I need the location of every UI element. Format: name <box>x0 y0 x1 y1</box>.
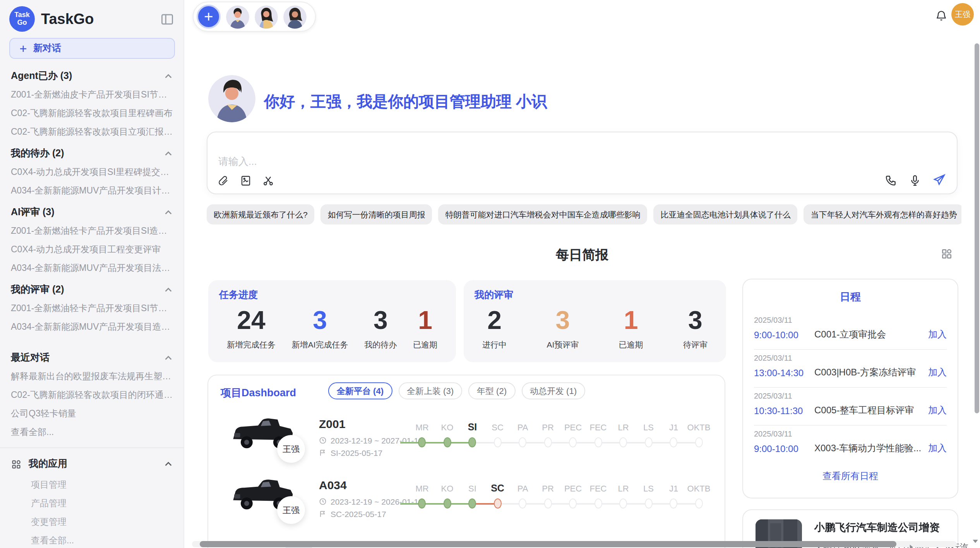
sidebar-task-item[interactable]: A034-全新新能源MUV产品开发项目造型可行性评审 <box>0 317 183 336</box>
sidebar-task-item[interactable]: C02-飞腾新能源轻客改款项目立项汇报方案 <box>0 122 183 141</box>
scroll-right-arrow-icon[interactable] <box>907 540 915 548</box>
my-apps-item[interactable]: 项目管理 <box>0 475 183 494</box>
milestone-label: MR <box>415 482 428 495</box>
input-tools-left <box>218 175 274 187</box>
chevron-up-icon[interactable] <box>164 460 173 468</box>
milestone-dot <box>569 498 577 509</box>
sidebar-task-item[interactable]: Z001-全新燃油轻卡产品开发项目SI造型提交物评审 <box>0 221 183 240</box>
stat-item: 3新增AI完成任务 <box>292 307 348 351</box>
image-icon[interactable] <box>240 175 252 187</box>
milestone-dot <box>418 498 426 509</box>
plus-icon <box>19 44 28 53</box>
sidebar-collapse-icon[interactable] <box>160 12 174 26</box>
sidebar-task-item[interactable]: A034-全新新能源MUV产品开发项目计划变更表编写 <box>0 181 183 200</box>
suggestion-chip[interactable]: 如何写一份清晰的项目周报 <box>321 204 432 224</box>
sidebar-section-header[interactable]: 我的待办 (2) <box>0 142 183 163</box>
milestone: SC <box>485 421 510 447</box>
join-link[interactable]: 加入 <box>928 442 947 455</box>
dashboard-tabs: 全新平台 (4)全新上装 (3)年型 (2)动总开发 (1) <box>328 382 585 399</box>
sidebar-task-item[interactable]: 公司Q3轻卡销量 <box>0 404 183 423</box>
my-apps-view-all-link[interactable]: 查看全部... <box>0 531 183 548</box>
attachment-icon[interactable] <box>218 175 229 187</box>
dashboard-tab[interactable]: 全新平台 (4) <box>328 382 392 399</box>
milestone-label: LR <box>618 421 629 434</box>
sidebar-task-item[interactable]: Z001-全新燃油皮卡产品开发项目SI节点Lesson Learn报告 <box>0 85 183 104</box>
stat-item: 24新增完成任务 <box>227 307 276 351</box>
milestone: PR <box>535 421 560 447</box>
view-all-schedule-link[interactable]: 查看所有日程 <box>754 470 947 483</box>
sidebar-task-item[interactable]: A034-全新新能源MUV产品开发项目法规符合性评审 <box>0 259 183 277</box>
chevron-up-icon[interactable] <box>164 286 173 294</box>
vertical-scrollbar-thumb[interactable] <box>975 43 979 413</box>
horizontal-scrollbar-thumb[interactable] <box>200 541 896 547</box>
stat-value: 1 <box>619 307 643 335</box>
stat-value: 2 <box>482 307 507 335</box>
sidebar-task-item[interactable]: C02-飞腾新能源轻客改款项目的闭环通告反馈情况 <box>0 385 183 404</box>
milestone: MR <box>409 421 435 447</box>
phone-icon[interactable] <box>885 174 897 186</box>
sidebar-task-item[interactable]: Z001-全新燃油轻卡产品开发项目SI节点属性5D文件评审 <box>0 299 183 317</box>
input-tools-right <box>885 173 946 187</box>
notification-bell-icon[interactable] <box>935 9 947 25</box>
milestone-dot <box>519 437 527 447</box>
chevron-up-icon[interactable] <box>164 149 173 158</box>
sidebar-section-header[interactable]: 我的评审 (2) <box>0 279 183 299</box>
my-apps-item[interactable]: 变更管理 <box>0 512 183 531</box>
milestone-dot <box>444 498 451 509</box>
sidebar-view-all-link[interactable]: 查看全部... <box>0 423 183 441</box>
flag-icon <box>319 510 327 518</box>
sidebar-item-my-apps[interactable]: 我的应用 <box>0 453 183 475</box>
stat-row: 2进行中3AI预评审1已逾期3待评审 <box>475 302 715 351</box>
sidebar-section-header[interactable]: Agent已办 (3) <box>0 65 183 85</box>
milestone: SC <box>485 482 510 509</box>
dashboard-tab[interactable]: 年型 (2) <box>468 382 515 399</box>
milestone: PR <box>535 482 560 509</box>
milestone: OKTB <box>686 421 711 447</box>
add-agent-button[interactable] <box>197 5 221 29</box>
agent-avatar-3[interactable] <box>283 5 307 28</box>
suggestion-chip[interactable]: 欧洲新规最近颁布了什么? <box>207 204 315 224</box>
sidebar-section-title: AI评审 (3) <box>11 206 55 219</box>
schedule-events: 2025/03/119:00-10:00C001-立项审批会加入2025/03/… <box>754 312 947 463</box>
user-avatar[interactable]: 王强 <box>951 3 974 26</box>
chat-input[interactable] <box>218 156 807 167</box>
join-link[interactable]: 加入 <box>928 328 947 341</box>
chevron-up-icon[interactable] <box>164 208 173 217</box>
sidebar-section-header[interactable]: 最近对话 <box>0 347 183 367</box>
join-link[interactable]: 加入 <box>928 404 947 417</box>
new-chat-button[interactable]: 新对话 <box>9 38 175 59</box>
sidebar-task-item[interactable]: C02-飞腾新能源轻客改款项目里程碑画布 <box>0 104 183 122</box>
dashboard-tab[interactable]: 动总开发 (1) <box>521 382 585 399</box>
suggestion-chip[interactable]: 比亚迪全固态电池计划具体说了什么 <box>654 204 798 224</box>
send-icon[interactable] <box>933 173 946 187</box>
suggestion-chip[interactable]: 当下年轻人对汽车外观有怎样的喜好趋势 <box>804 204 961 224</box>
scroll-down-arrow-icon[interactable] <box>971 534 979 548</box>
milestone-label: J1 <box>669 482 678 495</box>
join-link[interactable]: 加入 <box>928 366 947 379</box>
milestone-label: LR <box>618 482 629 495</box>
agent-avatar-1[interactable] <box>226 5 249 28</box>
sidebar-section-header[interactable]: AI评审 (3) <box>0 201 183 221</box>
milestone-dot <box>595 437 602 447</box>
chevron-up-icon[interactable] <box>164 354 173 362</box>
stat-label: 已逾期 <box>413 340 437 351</box>
suggestion-chip[interactable]: 特朗普可能对进口汽车增税会对中国车企造成哪些影响 <box>439 204 648 224</box>
sidebar-task-item[interactable]: 解释最新出台的欧盟报废车法规再生塑料比例被调至15%... <box>0 367 183 385</box>
stat-label: 进行中 <box>482 340 507 351</box>
milestone-dot <box>544 437 552 447</box>
sidebar-section-title: Agent已办 (3) <box>11 70 72 83</box>
milestone-track: MRKOSISCPAPRPECFECLRLSJ1OKTB <box>409 482 711 509</box>
sidebar-task-item[interactable]: C0X4-动力总成开发项目工程变更评审 <box>0 240 183 259</box>
layout-grid-icon[interactable] <box>941 248 953 263</box>
chevron-up-icon[interactable] <box>164 72 173 80</box>
dashboard-tab[interactable]: 全新上装 (3) <box>398 382 462 399</box>
stat-item: 1已逾期 <box>413 307 437 351</box>
microphone-icon[interactable] <box>909 174 921 186</box>
my-apps-item[interactable]: 产品管理 <box>0 494 183 512</box>
stat-label: 新增AI完成任务 <box>292 340 348 351</box>
scissors-icon[interactable] <box>262 175 274 187</box>
agent-avatar-2[interactable] <box>255 5 278 28</box>
milestone-label: PEC <box>564 482 582 495</box>
milestone: PEC <box>560 421 586 447</box>
sidebar-task-item[interactable]: C0X4-动力总成开发项目SI里程碑提交物检查 <box>0 163 183 181</box>
